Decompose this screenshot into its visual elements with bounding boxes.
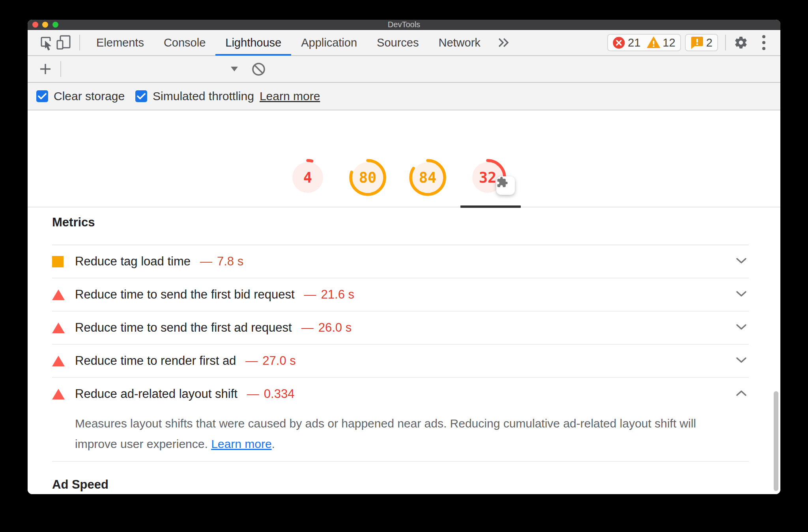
- metric-row-render-first-ad[interactable]: Reduce time to render first ad — 27.0 s: [52, 345, 749, 378]
- metric-value: 7.8 s: [217, 254, 243, 269]
- metric-row-first-bid-request[interactable]: Reduce time to send the first bid reques…: [52, 278, 749, 312]
- metrics-list: Reduce tag load time — 7.8 s Reduce time…: [52, 245, 749, 462]
- tab-console[interactable]: Console: [154, 30, 215, 56]
- devtools-window: DevTools Elements Console Lighthouse App…: [28, 20, 780, 494]
- lighthouse-toolbar: [28, 56, 780, 83]
- titlebar: DevTools: [28, 20, 780, 30]
- chevron-down-icon[interactable]: [735, 290, 747, 299]
- description-learn-more-link[interactable]: Learn more: [211, 437, 271, 450]
- inspect-element-button[interactable]: [37, 34, 55, 51]
- score-gauge-accessibility[interactable]: 80: [349, 159, 387, 196]
- main-toolbar: Elements Console Lighthouse Application …: [28, 30, 780, 56]
- simulated-throttling-checkbox[interactable]: [135, 90, 147, 102]
- score-value: 4: [289, 159, 327, 196]
- metric-description: Measures layout shifts that were caused …: [75, 413, 714, 454]
- block-icon: [252, 62, 266, 76]
- warning-icon: [647, 37, 660, 49]
- fail-triangle-icon: [52, 289, 65, 300]
- audit-options-row: Clear storage Simulated throttling Learn…: [28, 83, 780, 110]
- metric-value: 27.0 s: [262, 354, 296, 368]
- tab-network[interactable]: Network: [428, 30, 490, 56]
- fail-triangle-icon: [52, 356, 65, 366]
- chevron-down-icon[interactable]: [735, 257, 747, 266]
- tab-elements[interactable]: Elements: [86, 30, 154, 56]
- plus-icon: [39, 63, 52, 75]
- more-options-button[interactable]: [760, 33, 768, 52]
- score-gauge-performance[interactable]: 4: [289, 159, 327, 196]
- chevron-up-icon[interactable]: [735, 390, 747, 398]
- clear-storage-label: Clear storage: [54, 90, 125, 103]
- average-square-icon: [52, 256, 64, 267]
- puzzle-piece-icon: [496, 176, 508, 188]
- new-audit-button[interactable]: [37, 60, 54, 78]
- error-icon: [613, 37, 625, 49]
- issues-count: 2: [706, 36, 713, 49]
- fail-triangle-icon: [52, 323, 65, 333]
- metric-value: 21.6 s: [321, 287, 354, 302]
- throttling-learn-more-link[interactable]: Learn more: [260, 90, 320, 103]
- double-chevron-icon: [498, 37, 510, 48]
- tab-lighthouse[interactable]: Lighthouse: [215, 30, 291, 56]
- simulated-throttling-label: Simulated throttling: [153, 90, 254, 103]
- chevron-down-icon[interactable]: [735, 357, 747, 365]
- zoom-window-button[interactable]: [52, 22, 58, 28]
- report-select-dropdown[interactable]: [61, 60, 239, 78]
- checkmark-icon: [38, 93, 47, 100]
- fail-triangle-icon: [52, 389, 65, 399]
- lighthouse-report: 4 80 84 32: [28, 110, 780, 494]
- metric-row-layout-shift[interactable]: Reduce ad-related layout shift — 0.334 M…: [52, 378, 749, 462]
- vertical-scrollbar[interactable]: [774, 391, 778, 491]
- issues-bubble-icon: [690, 36, 703, 49]
- metrics-heading: Metrics: [52, 215, 95, 230]
- tab-sources[interactable]: Sources: [367, 30, 428, 56]
- metric-row-first-ad-request[interactable]: Reduce time to send the first ad request…: [52, 312, 749, 345]
- toolbar-divider: [79, 35, 80, 50]
- warning-count: 12: [663, 36, 675, 49]
- issues-badge[interactable]: 2: [685, 34, 718, 51]
- metric-value: 0.334: [264, 387, 295, 401]
- dropdown-caret-icon: [231, 67, 238, 71]
- active-category-indicator: [460, 205, 521, 208]
- ad-speed-heading: Ad Speed: [52, 478, 108, 492]
- toolbar-divider: [725, 35, 726, 50]
- score-gauges: 4 80 84 32: [289, 159, 507, 196]
- score-value: 80: [349, 159, 387, 196]
- more-tabs-button[interactable]: [490, 30, 517, 56]
- inspect-cursor-icon: [38, 35, 54, 50]
- device-toolbar-icon: [56, 35, 71, 50]
- score-value: 84: [409, 159, 447, 196]
- toggle-device-toolbar-button[interactable]: [55, 34, 72, 51]
- error-count: 21: [628, 36, 640, 49]
- plugin-puzzle-badge: [496, 176, 515, 195]
- checkmark-icon: [137, 93, 146, 100]
- clear-storage-checkbox[interactable]: [36, 90, 48, 102]
- console-status-badge[interactable]: 21 12: [607, 34, 681, 51]
- clear-reports-button[interactable]: [250, 60, 267, 78]
- metric-row-tag-load-time[interactable]: Reduce tag load time — 7.8 s: [52, 245, 749, 278]
- close-window-button[interactable]: [32, 22, 38, 28]
- window-title: DevTools: [28, 20, 780, 30]
- toolbar-right-cluster: 21 12 2: [607, 33, 768, 52]
- minimize-window-button[interactable]: [42, 22, 48, 28]
- chevron-down-icon[interactable]: [735, 323, 747, 332]
- settings-button[interactable]: [732, 34, 750, 51]
- category-tabs-divider: [28, 207, 780, 207]
- tab-application[interactable]: Application: [291, 30, 367, 56]
- score-gauge-plugin[interactable]: 32: [469, 159, 507, 196]
- score-gauge-best-practices[interactable]: 84: [409, 159, 447, 196]
- metric-value: 26.0 s: [318, 321, 352, 335]
- gear-icon: [734, 35, 748, 50]
